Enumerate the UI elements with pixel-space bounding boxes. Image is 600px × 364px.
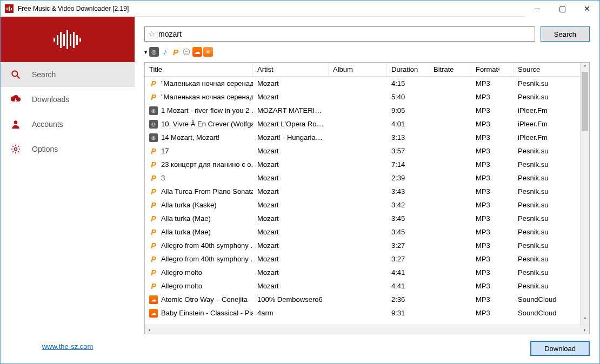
horizontal-scrollbar[interactable]: ‹ › [145, 325, 589, 334]
cell-source: iPleer.Fm [514, 106, 589, 114]
favorite-star-icon[interactable]: ☆ [148, 29, 155, 39]
search-button[interactable]: Search [541, 26, 590, 42]
table-row[interactable]: P23 концерт для пианино с о...Mozart7:14… [145, 158, 589, 171]
cell-format: MP3 [471, 309, 514, 317]
table-row[interactable]: PAllegro from 40th symphony ...Mozart3:2… [145, 252, 589, 266]
cell-artist: MOZART MATERIA 6 P... [253, 106, 329, 114]
cell-source: Pesnik.su [514, 147, 589, 155]
table-row[interactable]: ◎1 Mozart - river flow in you 2 ...MOZAR… [145, 104, 589, 117]
cell-artist: Mozart [253, 201, 329, 209]
scroll-left-icon[interactable]: ‹ [145, 327, 154, 333]
scroll-down-icon[interactable]: ˅ [581, 315, 589, 325]
scroll-thumb[interactable] [582, 72, 588, 131]
sidebar-item-accounts[interactable]: Accounts [1, 112, 135, 137]
cell-title: PAllegro molto [145, 268, 253, 277]
search-input[interactable] [158, 30, 531, 38]
cell-duration: 9:31 [387, 309, 429, 317]
cell-source: Pesnik.su [514, 255, 589, 263]
scroll-right-icon[interactable]: › [580, 327, 589, 333]
cell-format: MP3 [471, 214, 514, 223]
cell-title: PAllegro from 40th symphony ... [145, 255, 253, 264]
cell-source: Pesnik.su [514, 201, 589, 209]
col-bitrate[interactable]: Bitrate [429, 63, 471, 76]
table-row[interactable]: PAlla turka (Mae)Mozart3:45MP3Pesnik.su [145, 225, 589, 239]
pesnik-icon: P [149, 214, 158, 223]
scroll-up-icon[interactable]: ˄ [581, 63, 589, 72]
cell-artist: Mozart! - Hungarian C... [253, 133, 329, 141]
cell-artist: Mozart [253, 214, 329, 223]
col-duration[interactable]: Duration [387, 63, 429, 76]
col-source[interactable]: Source [514, 63, 589, 76]
cell-format: MP3 [471, 106, 514, 114]
table-row[interactable]: PAllegro moltoMozart4:41MP3Pesnik.su [145, 279, 589, 293]
cell-artist: Mozart [253, 79, 329, 87]
filter-note-icon[interactable]: ♪ [160, 47, 170, 57]
table-row[interactable]: PAlla turka (Mae)Mozart3:45MP3Pesnik.su [145, 212, 589, 225]
cell-duration: 3:27 [387, 255, 429, 263]
action-row: Download [135, 339, 599, 363]
cell-title: P17 [145, 147, 253, 156]
col-format[interactable]: Format [471, 63, 514, 76]
pesnik-icon: P [149, 255, 158, 264]
cell-source: Pesnik.su [514, 79, 589, 87]
cell-title: PAlla turka (Kaske) [145, 201, 253, 210]
table-row[interactable]: ☁Atomic Otro Way – Conejita100% Dembowse… [145, 293, 589, 306]
source-filter-row: ▾ ◎ ♪ P ㊂ ☁ ☀ [135, 44, 599, 60]
close-button[interactable]: ✕ [575, 1, 599, 17]
gear-icon [9, 143, 22, 156]
table-row[interactable]: PAlla Turca From Piano Sonata...Mozart3:… [145, 185, 589, 198]
cloud-download-icon [9, 93, 22, 106]
cell-duration: 4:41 [387, 282, 429, 290]
search-box[interactable]: ☆ [144, 26, 535, 42]
cell-source: Pesnik.su [514, 174, 589, 182]
table-body: P"Маленькая ночная серенад...Mozart4:15M… [145, 77, 589, 325]
table-row[interactable]: P17Mozart3:57MP3Pesnik.su [145, 144, 589, 158]
table-row[interactable]: ◎10. Vivre À En Crever (Wolfga...Mozart … [145, 117, 589, 131]
col-artist[interactable]: Artist [253, 63, 329, 76]
table-row[interactable]: ☁Baby Einstein - Classical - Pia...4arm9… [145, 306, 589, 320]
sidebar-item-search[interactable]: Search [1, 62, 135, 87]
download-button[interactable]: Download [530, 341, 590, 356]
table-row[interactable]: P"Маленькая ночная серенад...Mozart4:15M… [145, 77, 589, 90]
filter-pesnik-icon[interactable]: P [171, 47, 181, 57]
table-row[interactable]: PAlla turka (Kaske)Mozart3:42MP3Pesnik.s… [145, 198, 589, 212]
pesnik-icon: P [149, 201, 158, 210]
svg-rect-2 [11, 8, 12, 10]
table-row[interactable]: P3Mozart2:39MP3Pesnik.su [145, 171, 589, 185]
table-row[interactable]: PAllegro moltoMozart4:41MP3Pesnik.su [145, 266, 589, 279]
col-album[interactable]: Album [329, 63, 387, 76]
pesnik-icon: P [149, 79, 158, 88]
table-row[interactable]: P"Маленькая ночная серенад...Mozart5:40M… [145, 90, 589, 104]
app-body: SearchDownloadsAccountsOptions www.the-s… [1, 17, 599, 363]
table-row[interactable]: ◎14 Mozart, Mozart!Mozart! - Hungarian C… [145, 131, 589, 144]
filter-soundcloud-icon[interactable]: ☁ [192, 47, 202, 57]
svg-rect-3 [54, 38, 55, 42]
svg-rect-4 [57, 35, 58, 45]
sidebar-item-downloads[interactable]: Downloads [1, 87, 135, 112]
title-bar: Free Music & Video Downloader [2.19] ─ ▢… [1, 1, 599, 17]
sidebar-item-options[interactable]: Options [1, 137, 135, 161]
filter-bag-icon[interactable]: ㊂ [182, 47, 191, 57]
cell-artist: Mozart [253, 160, 329, 168]
filter-ipleer-icon[interactable]: ◎ [149, 47, 159, 57]
results-table: Title Artist Album Duration Bitrate Form… [144, 62, 590, 334]
pesnik-icon: P [149, 147, 158, 156]
filter-sun-icon[interactable]: ☀ [203, 47, 213, 57]
logo-block [1, 17, 135, 62]
col-title[interactable]: Title [145, 63, 253, 76]
filter-dropdown-icon[interactable]: ▾ [144, 49, 147, 55]
cell-source: Pesnik.su [514, 282, 589, 290]
maximize-button[interactable]: ▢ [550, 1, 575, 17]
cell-format: MP3 [471, 147, 514, 155]
cell-duration: 4:15 [387, 79, 429, 87]
footer-link[interactable]: www.the-sz.com [42, 342, 94, 350]
cell-format: MP3 [471, 79, 514, 87]
vertical-scrollbar[interactable]: ˄ ˅ [580, 63, 589, 325]
minimize-button[interactable]: ─ [525, 1, 550, 17]
search-row: ☆ Search [135, 17, 599, 44]
table-row[interactable]: PAllegro from 40th symphony ...Mozart3:2… [145, 239, 589, 252]
ipleer-icon: ◎ [149, 106, 158, 115]
cell-title: P3 [145, 174, 253, 183]
cell-title: ◎10. Vivre À En Crever (Wolfga... [145, 120, 253, 129]
cell-duration: 4:41 [387, 268, 429, 277]
